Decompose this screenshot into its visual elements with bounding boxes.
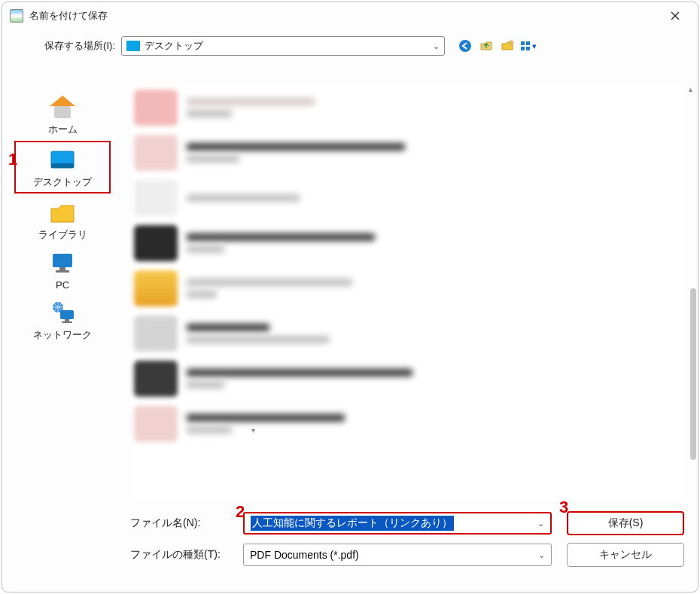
annotation-3: 3 bbox=[559, 498, 568, 517]
svg-rect-11 bbox=[53, 254, 72, 267]
desktop-icon bbox=[47, 147, 78, 172]
svg-rect-4 bbox=[521, 47, 525, 50]
close-icon bbox=[670, 11, 680, 21]
svg-rect-13 bbox=[56, 270, 69, 273]
filename-label: ファイル名(N): bbox=[130, 516, 236, 530]
network-icon bbox=[47, 300, 78, 325]
dialog-title: 名前を付けて保存 bbox=[29, 9, 108, 23]
svg-rect-16 bbox=[65, 319, 69, 321]
place-network[interactable]: ネットワーク bbox=[14, 295, 111, 345]
back-icon bbox=[458, 39, 472, 53]
desktop-icon bbox=[126, 41, 140, 51]
home-icon bbox=[47, 94, 78, 120]
scroll-down-arrow[interactable]: ▾ bbox=[251, 426, 259, 501]
svg-rect-17 bbox=[62, 321, 72, 323]
place-pc[interactable]: PC bbox=[14, 246, 111, 294]
svg-rect-3 bbox=[526, 41, 530, 45]
place-library[interactable]: ライブラリ bbox=[14, 195, 111, 245]
save-button[interactable]: 保存(S) bbox=[567, 511, 684, 535]
place-label: ネットワーク bbox=[33, 328, 92, 342]
chevron-down-icon: ⌄ bbox=[538, 550, 545, 560]
chevron-down-icon: ⌄ bbox=[537, 519, 544, 529]
new-folder-icon bbox=[501, 39, 514, 53]
scroll-up-arrow[interactable]: ▴ bbox=[689, 85, 696, 93]
svg-rect-2 bbox=[521, 41, 525, 45]
location-row: 保存する場所(I): デスクトップ ⌄ ▾ bbox=[2, 29, 698, 62]
location-combo[interactable]: デスクトップ ⌄ bbox=[121, 36, 445, 56]
annotation-1: 1 bbox=[8, 150, 17, 169]
place-label: ホーム bbox=[48, 123, 78, 136]
place-label: ライブラリ bbox=[38, 228, 87, 242]
svg-rect-7 bbox=[54, 106, 71, 118]
library-icon bbox=[47, 200, 78, 225]
nav-toolbar: ▾ bbox=[457, 38, 537, 54]
dropdown-caret-icon: ▾ bbox=[532, 41, 537, 51]
view-menu-button[interactable]: ▾ bbox=[520, 38, 537, 54]
titlebar: 名前を付けて保存 bbox=[2, 2, 698, 29]
save-as-dialog: 名前を付けて保存 保存する場所(I): デスクトップ ⌄ ▾ bbox=[2, 2, 698, 592]
svg-point-0 bbox=[459, 40, 471, 52]
up-folder-icon bbox=[479, 39, 493, 53]
filetype-label: ファイルの種類(T): bbox=[130, 548, 236, 562]
new-folder-button[interactable] bbox=[499, 38, 516, 54]
back-button[interactable] bbox=[457, 38, 473, 54]
main-area: ホーム デスクトップ ライブラリ PC bbox=[2, 85, 698, 501]
filetype-value: PDF Documents (*.pdf) bbox=[250, 549, 359, 561]
location-value: デスクトップ bbox=[145, 39, 203, 53]
vertical-scrollbar[interactable] bbox=[690, 93, 696, 468]
place-desktop[interactable]: デスクトップ bbox=[14, 141, 111, 193]
svg-rect-5 bbox=[526, 47, 530, 50]
file-list bbox=[131, 85, 684, 501]
chevron-down-icon: ⌄ bbox=[433, 41, 440, 51]
filetype-combo[interactable]: PDF Documents (*.pdf) ⌄ bbox=[243, 544, 552, 566]
close-button[interactable] bbox=[660, 5, 690, 27]
places-bar: ホーム デスクトップ ライブラリ PC bbox=[2, 85, 123, 501]
filename-field[interactable]: 人工知能に関するレポート（リンクあり） ⌄ bbox=[243, 512, 552, 535]
place-home[interactable]: ホーム bbox=[14, 90, 111, 139]
view-grid-icon bbox=[520, 41, 531, 51]
file-list-area[interactable]: ▴ ▾ bbox=[123, 85, 698, 501]
svg-rect-10 bbox=[51, 163, 74, 168]
cancel-button[interactable]: キャンセル bbox=[567, 543, 684, 567]
filename-value: 人工知能に関するレポート（リンクあり） bbox=[251, 516, 454, 531]
svg-rect-12 bbox=[59, 267, 65, 270]
annotation-2: 2 bbox=[236, 502, 245, 522]
pc-icon bbox=[47, 251, 78, 276]
svg-rect-15 bbox=[60, 310, 74, 319]
place-label: デスクトップ bbox=[33, 175, 92, 189]
up-button[interactable] bbox=[478, 38, 495, 54]
location-label: 保存する場所(I): bbox=[25, 39, 115, 53]
svg-marker-6 bbox=[50, 96, 75, 106]
app-icon bbox=[10, 9, 23, 23]
place-label: PC bbox=[56, 279, 69, 291]
bottom-panel: ファイル名(N): 人工知能に関するレポート（リンクあり） ⌄ 保存(S) ファ… bbox=[130, 507, 684, 583]
